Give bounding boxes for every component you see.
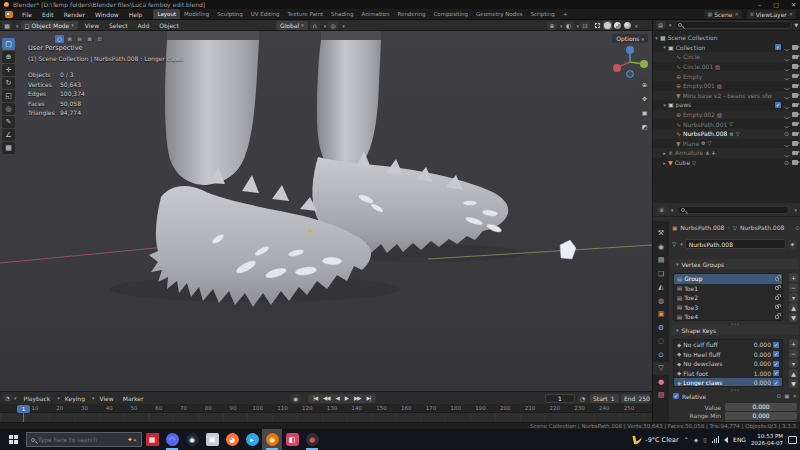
shape-key-row-no-dewclaws[interactable]: ◆No dewclaws0.000 (674, 359, 782, 369)
minimize-button[interactable]: – (758, 1, 761, 8)
overlays-toggle-icon[interactable]: ◐ (564, 21, 574, 30)
taskbar-app-red-tile[interactable]: ▦ (142, 429, 162, 450)
gizmo-z-axis[interactable] (626, 46, 634, 54)
maximize-button[interactable]: ▢ (773, 1, 779, 8)
timeline-editor-icon[interactable]: ◔ (3, 394, 12, 402)
range-min-field[interactable]: 0.000 (725, 412, 797, 420)
vg-move-up-button[interactable]: ▲ (789, 303, 798, 312)
outliner-display-mode-icon[interactable]: ▤ (656, 21, 665, 29)
viewport-menu-view[interactable]: View (80, 20, 104, 31)
options-dropdown[interactable]: Options▾ (612, 34, 648, 43)
eye-closed-icon[interactable]: ‿ (784, 44, 789, 50)
sk-move-up-button[interactable]: ▲ (789, 369, 798, 378)
annotate-icon[interactable]: ✎ (2, 116, 15, 128)
camera-render-icon[interactable] (792, 151, 798, 156)
camera-render-icon[interactable] (792, 141, 798, 146)
camera-render-icon[interactable] (792, 160, 798, 165)
orientation-dropdown[interactable]: Global▾ (276, 21, 308, 30)
move-icon[interactable]: ✛ (2, 64, 15, 76)
invert-icon[interactable]: ⊠ (85, 35, 94, 43)
wireframe-icon[interactable] (593, 21, 602, 30)
outliner-row-circle-001[interactable]: ∿Circle.001▨‿ (653, 62, 800, 72)
fake-user-icon[interactable]: ◈ (788, 240, 797, 249)
taskbar-app-recorder[interactable]: ● (302, 429, 322, 450)
filter-icon[interactable]: ▼ (794, 22, 798, 28)
menu-edit[interactable]: Edit (37, 9, 59, 20)
timeline-menu-keying[interactable]: Keying (61, 393, 89, 404)
properties-search-input[interactable] (687, 207, 786, 213)
vertex-group-row-toe3[interactable]: ▤Toe3 (674, 303, 782, 313)
scene-selector[interactable]: ▦ Scene ✕ (704, 10, 741, 19)
outliner-row-plane[interactable]: ▼Plane⚙▽‿ (653, 139, 800, 149)
properties-tab-physics[interactable]: ◌ (653, 335, 669, 348)
menu-help[interactable]: Help (124, 9, 148, 20)
taskbar-app-firefox[interactable]: ◕ (222, 429, 242, 450)
shape-keys-panel-header[interactable]: ▾Shape Keys (671, 325, 799, 335)
camera-render-icon[interactable] (792, 93, 798, 98)
camera-render-icon[interactable] (792, 45, 798, 50)
properties-tab-object[interactable]: ▣ (653, 308, 669, 321)
datablock-name-field[interactable]: NurbsPath.008 (685, 239, 786, 249)
workspace-tab-geometry-nodes[interactable]: Geometry Nodes (472, 9, 526, 19)
menu-render[interactable]: Render (59, 9, 90, 20)
outliner-search[interactable] (674, 21, 793, 29)
timeline-ruler[interactable]: 1020304050607080901001101201301401501601… (0, 404, 652, 413)
unlink-scene-icon[interactable]: ✕ (734, 11, 738, 17)
select-box-icon[interactable]: ▢ (2, 38, 15, 50)
jump-start-button[interactable]: |◀ (310, 394, 320, 403)
outliner-row-circle[interactable]: ∿Circle‿ (653, 52, 800, 62)
snap-magnet-icon[interactable]: ∩ (310, 21, 320, 30)
rendered-icon[interactable] (623, 21, 632, 30)
outliner-row-empty-002[interactable]: ⊕Empty.002▨‿ (653, 110, 800, 120)
new-icon[interactable]: ▢ (55, 35, 64, 43)
tray-expand-icon[interactable]: ⌃ (684, 436, 689, 443)
eye-closed-icon[interactable]: ‿ (784, 140, 789, 146)
xray-toggle-icon[interactable]: ⊡ (580, 21, 590, 30)
properties-tab-constraints[interactable]: ⊙ (653, 349, 669, 362)
camera-render-icon[interactable] (792, 74, 798, 79)
properties-tab-tool[interactable]: ⚒ (653, 227, 669, 240)
vg-specials-menu-button[interactable]: ▾ (789, 293, 798, 302)
taskbar-search[interactable]: ✦✦ (26, 432, 142, 447)
vg-add-button[interactable]: + (789, 273, 798, 282)
vg-remove-button[interactable]: − (789, 283, 798, 292)
viewport-menu-object[interactable]: Object (154, 20, 184, 31)
proportional-editing-icon[interactable]: ◎ (328, 21, 338, 30)
properties-editor-icon[interactable]: ≣ (657, 206, 666, 214)
auto-keying-toggle[interactable]: ◉ (290, 394, 301, 403)
menu-file[interactable]: File (17, 9, 37, 20)
cursor-icon[interactable]: ⊕ (2, 51, 15, 63)
current-frame-field[interactable]: 1 (545, 394, 575, 403)
outliner-row-cube[interactable]: ▸▼Cube▽⊙ (653, 158, 800, 168)
shape-key-mute-checkbox[interactable] (773, 351, 779, 357)
shape-key-row-longer-claws[interactable]: ◆Longer claws0.000 (674, 378, 782, 387)
language-indicator[interactable]: ENG (733, 436, 746, 443)
workspace-tab-shading[interactable]: Shading (327, 9, 357, 19)
scale-icon[interactable]: ◱ (2, 90, 15, 102)
jump-end-button[interactable]: ▶| (364, 394, 374, 403)
edit-mode-icon[interactable]: ▣ (784, 393, 789, 399)
eye-closed-icon[interactable]: ‿ (784, 121, 789, 127)
outliner-row-armature[interactable]: ▸⋔Armature⋔✛‿ (653, 148, 800, 158)
properties-tab-render[interactable]: ◉ (653, 241, 669, 254)
outliner-row-empty-001[interactable]: ⊕Empty.001▨‿ (653, 81, 800, 91)
clock[interactable]: 10:53 PM 2026-04-07 (751, 433, 783, 446)
viewlayer-selector[interactable]: ≣ ViewLayer ✕ (747, 10, 796, 19)
workspace-tab-uv-editing[interactable]: UV Editing (247, 9, 284, 19)
viewport-menu-add[interactable]: Add (133, 20, 155, 31)
prev-keyframe-button[interactable]: ◀◀ (320, 394, 332, 403)
eye-open-icon[interactable]: ⊙ (784, 160, 789, 166)
blender-menu-icon[interactable] (5, 11, 13, 18)
properties-tab-material[interactable]: ● (653, 376, 669, 389)
eye-closed-icon[interactable]: ‿ (784, 92, 789, 98)
playhead-frame-badge[interactable]: 1 (17, 405, 30, 413)
clear-shape-icon[interactable]: ✕ (792, 393, 797, 399)
camera-render-icon[interactable] (792, 84, 798, 89)
taskbar-app-steam[interactable]: ◉ (182, 429, 202, 450)
taskbar-search-input[interactable] (38, 436, 108, 443)
sk-move-down-button[interactable]: ▼ (789, 379, 798, 388)
perspective-toggle-icon[interactable]: ◩ (639, 121, 650, 132)
vertex-group-row-toe1[interactable]: ▤Toe1 (674, 284, 782, 294)
transform-icon[interactable]: ◎ (2, 103, 15, 115)
workspace-tab-scripting[interactable]: Scripting (526, 9, 558, 19)
